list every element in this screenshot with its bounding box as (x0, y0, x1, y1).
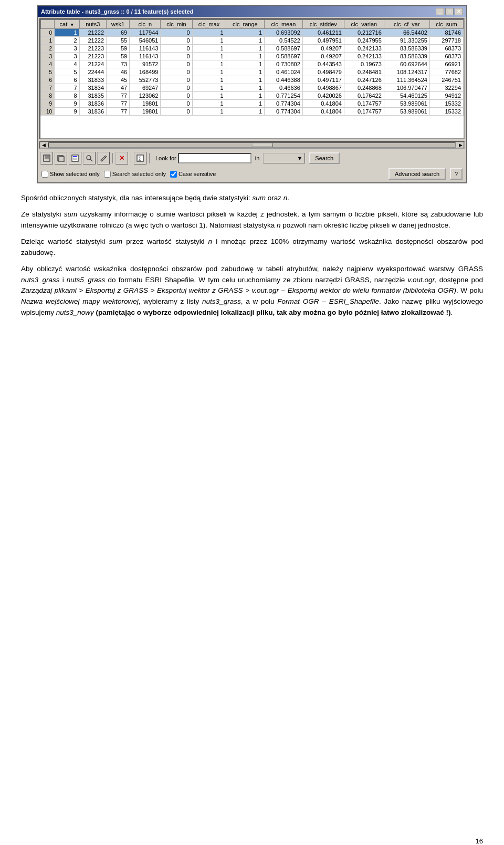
cell-nuts3: 31834 (79, 84, 106, 92)
col-header-nuts3[interactable]: nuts3 (79, 20, 106, 29)
col-header-clc_n[interactable]: clc_n (130, 20, 161, 29)
search-selected-label: Search selected only (112, 171, 166, 177)
cell-clc_cf_var: 111.364524 (384, 76, 429, 84)
search-selected-only-checkbox[interactable]: Search selected only (104, 171, 166, 178)
maximize-button[interactable]: □ (445, 8, 454, 15)
scroll-right-btn[interactable]: ▶ (457, 142, 464, 148)
window-body: cat ▼ nuts3 wsk1 clc_n clc_min clc_max c… (38, 17, 466, 182)
col-header-clc_stddev[interactable]: clc_stddev (302, 20, 344, 29)
table-row[interactable]: 2321223591161430110.5886970.492070.24213… (41, 45, 464, 53)
cell-cat: 5 (55, 68, 80, 76)
cell-clc_n: 552773 (130, 76, 161, 84)
table-row[interactable]: 8831835771230620110.7712540.4200260.1764… (41, 92, 464, 100)
toolbar-btn-x[interactable]: ✕ (116, 152, 128, 164)
table-row[interactable]: 773183447692470110.466360.4988670.248868… (41, 84, 464, 92)
search-button[interactable]: Search (309, 152, 340, 164)
cell-clc_max: 1 (192, 37, 226, 45)
col-header-clc_min[interactable]: clc_min (161, 20, 192, 29)
table-row[interactable]: 3321223591161430110.5886970.492070.24213… (41, 53, 464, 60)
col-header-clc_cf_var[interactable]: clc_cf_var (384, 20, 429, 29)
cell-clc_n: 69247 (130, 84, 161, 92)
col-header-clc_mean[interactable]: clc_mean (265, 20, 303, 29)
scroll-left-btn[interactable]: ◀ (40, 142, 47, 148)
field-dropdown[interactable]: ▼ (263, 153, 305, 163)
cell-clc_n: 19801 (130, 108, 161, 116)
table-container[interactable]: cat ▼ nuts3 wsk1 clc_n clc_min clc_max c… (39, 18, 465, 139)
cell-clc_min: 0 (161, 100, 192, 108)
minimize-button[interactable]: _ (436, 8, 444, 15)
cell-clc_varian: 0.19673 (344, 60, 384, 68)
col-header-rownum[interactable] (41, 20, 55, 29)
cell-cat: 6 (55, 76, 80, 84)
cell-cat: 8 (55, 92, 80, 100)
cell-clc_stddev: 0.41804 (302, 108, 344, 116)
close-button[interactable]: ✕ (455, 8, 463, 15)
cell-clc_varian: 0.247955 (344, 37, 384, 45)
col-header-clc_sum[interactable]: clc_sum (429, 20, 463, 29)
show-selected-only-checkbox[interactable]: Show selected only (41, 171, 100, 178)
cell-clc_sum: 94912 (429, 92, 463, 100)
cell-clc_range: 1 (226, 53, 265, 60)
horizontal-scrollbar[interactable]: ◀ ▶ (39, 141, 465, 149)
toolbar-btn-search[interactable] (83, 152, 96, 164)
cell-clc_n: 123062 (130, 92, 161, 100)
cell-clc_cf_var: 53.989061 (384, 108, 429, 116)
case-sensitive-checkbox[interactable]: Case sensitive (170, 171, 216, 178)
scrollbar-thumb[interactable] (252, 143, 273, 147)
case-sensitive-input[interactable] (170, 171, 177, 178)
cell-clc_range: 1 (226, 108, 265, 116)
col-header-clc_max[interactable]: clc_max (192, 20, 226, 29)
col-header-clc_range[interactable]: clc_range (226, 20, 265, 29)
cell-nuts3: 21223 (79, 45, 106, 53)
show-selected-only-input[interactable] (41, 171, 48, 178)
cell-nuts3: 31836 (79, 100, 106, 108)
cell-clc_sum: 68373 (429, 45, 463, 53)
paragraph-2: Ze statystyki sum uzyskamy informację o … (21, 209, 483, 231)
scrollbar-track[interactable] (48, 142, 456, 148)
cell-clc_sum: 32294 (429, 84, 463, 92)
cell-rownum: 7 (41, 84, 55, 92)
toolbar-btn-edit[interactable] (97, 152, 110, 164)
cell-clc_min: 0 (161, 29, 192, 37)
show-selected-label: Show selected only (50, 171, 100, 177)
cell-clc_mean: 0.54522 (265, 37, 303, 45)
cell-clc_n: 546051 (130, 37, 161, 45)
paragraph-3: Dzieląc wartość statystyki sum przez war… (21, 236, 483, 259)
advanced-search-button[interactable]: Advanced search (388, 168, 446, 180)
cell-clc_mean: 0.774304 (265, 100, 303, 108)
cell-clc_varian: 0.242133 (344, 53, 384, 60)
cell-clc_cf_var: 60.692644 (384, 60, 429, 68)
cell-clc_range: 1 (226, 100, 265, 108)
table-row[interactable]: 5522444461684990110.4610240.4984790.2484… (41, 68, 464, 76)
help-button[interactable]: ? (450, 168, 463, 180)
cell-wsk1: 46 (107, 68, 130, 76)
col-header-clc_varian[interactable]: clc_varian (344, 20, 384, 29)
cell-clc_min: 0 (161, 76, 192, 84)
toolbar-btn-3[interactable] (69, 152, 81, 164)
table-row[interactable]: 1093183677198010110.7743040.418040.17475… (41, 108, 464, 116)
toolbar-btn-2[interactable] (55, 152, 67, 164)
cell-rownum: 9 (41, 100, 55, 108)
table-row[interactable]: 1221222555460510110.545220.4979510.24795… (41, 37, 464, 45)
cell-clc_stddev: 0.497117 (302, 76, 344, 84)
search-selected-only-input[interactable] (104, 171, 111, 178)
toolbar-separator-3 (149, 153, 150, 163)
cell-clc_min: 0 (161, 68, 192, 76)
cell-clc_min: 0 (161, 53, 192, 60)
cell-rownum: 4 (41, 60, 55, 68)
table-row[interactable]: 6631833455527730110.4463880.4971170.2471… (41, 76, 464, 84)
table-row[interactable]: 0121222691179440110.6930920.4612110.2127… (41, 29, 464, 37)
cell-clc_varian: 0.174757 (344, 100, 384, 108)
cell-cat: 3 (55, 45, 80, 53)
toolbar-btn-1[interactable] (40, 152, 53, 164)
toolbar-btn-calc[interactable]: ∑ (134, 152, 146, 164)
table-header-row: cat ▼ nuts3 wsk1 clc_n clc_min clc_max c… (41, 20, 464, 29)
col-header-wsk1[interactable]: wsk1 (107, 20, 130, 29)
look-for-input[interactable] (178, 153, 251, 163)
cell-clc_sum: 68373 (429, 53, 463, 60)
cell-wsk1: 77 (107, 92, 130, 100)
table-row[interactable]: 442122473915720110.7308020.4435430.19673… (41, 60, 464, 68)
table-row[interactable]: 993183677198010110.7743040.418040.174757… (41, 100, 464, 108)
col-header-cat[interactable]: cat ▼ (55, 20, 80, 29)
attribute-table-window: Attribute table - nuts3_grass :: 0 / 11 … (37, 5, 467, 183)
